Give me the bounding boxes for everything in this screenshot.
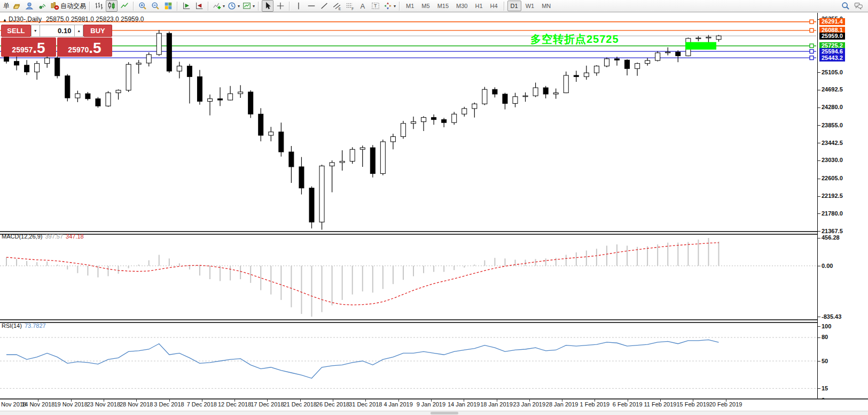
rsi-tick-label: 100	[822, 323, 831, 329]
price-tick-label: 23442.5	[822, 140, 843, 146]
cursor-button[interactable]	[262, 0, 273, 12]
candle-body	[65, 76, 70, 98]
candle-body	[370, 148, 375, 173]
buy-button[interactable]: BUY	[83, 25, 112, 37]
timeframe-w1-button[interactable]: W1	[522, 1, 538, 11]
line-chart-icon	[120, 1, 129, 11]
chat-button[interactable]	[853, 0, 864, 12]
community-icon	[25, 1, 34, 11]
periods-button[interactable]: ▾	[226, 0, 240, 12]
toolbar-separator	[504, 2, 505, 11]
candle-body	[340, 162, 345, 163]
volume-increase-button[interactable]: ▲	[74, 25, 83, 37]
dropdown-caret-icon[interactable]: ▾	[253, 4, 255, 9]
candlestick-chart-button[interactable]	[106, 0, 118, 12]
timeframe-h4-button[interactable]: H4	[487, 1, 501, 11]
price-tick-label: 23855.0	[822, 122, 843, 128]
horizontal-scrollbar[interactable]	[0, 411, 868, 415]
text-label-button[interactable]: T	[370, 0, 381, 12]
bar-chart-icon	[94, 1, 104, 11]
text-button[interactable]: A	[357, 0, 369, 12]
candle-body	[523, 96, 528, 97]
toolbar-separator	[258, 2, 259, 11]
candle-body	[14, 62, 19, 65]
crosshair-button[interactable]	[275, 0, 286, 12]
horizontal-line-button[interactable]	[306, 0, 317, 12]
timeframe-d1-button[interactable]: D1	[507, 1, 521, 11]
vertical-line-button[interactable]	[293, 0, 304, 12]
axis-tick-mark	[818, 238, 820, 239]
indicators-button[interactable]: ▾	[212, 0, 225, 12]
candle-body	[238, 92, 243, 94]
gold-bar-button[interactable]	[11, 0, 22, 12]
timeframe-m5-button[interactable]: M5	[418, 1, 433, 11]
buy-price-display[interactable]: 25970.5	[57, 37, 112, 57]
axis-tick-mark	[818, 125, 820, 126]
scrollbar-thumb[interactable]	[431, 412, 458, 414]
volume-input[interactable]: 0.10	[40, 25, 75, 37]
timeframe-h1-button[interactable]: H1	[472, 1, 486, 11]
date-label: 9 Jan 2019	[417, 401, 445, 408]
horizontal-line-icon	[307, 1, 316, 11]
auto-scroll-button[interactable]	[181, 0, 192, 12]
candle-body	[574, 75, 578, 76]
chart-shift-button[interactable]	[193, 0, 205, 12]
date-label: 14 Nov 2018	[21, 401, 54, 408]
price-tick-label: 24280.0	[822, 104, 843, 110]
macd-tick-label: -835.43	[822, 313, 841, 320]
signals-button[interactable]	[36, 0, 48, 12]
candle-body	[136, 63, 141, 64]
highlight-rectangle	[685, 42, 716, 50]
price-tick-label: 25105.0	[822, 69, 843, 75]
tile-windows-button[interactable]	[162, 0, 174, 12]
fibonacci-button[interactable]: F	[344, 0, 356, 12]
equidistant-channel-button[interactable]: E	[331, 0, 343, 12]
zoom-out-button[interactable]	[150, 0, 161, 12]
community-button[interactable]	[24, 0, 35, 12]
date-label: 3 Dec 2018	[154, 401, 184, 408]
zoom-in-button[interactable]	[137, 0, 148, 12]
chart-canvas[interactable]	[0, 13, 818, 398]
price-axis: 26355.025105.024692.524280.023855.023442…	[818, 13, 868, 398]
axis-tick-mark	[818, 143, 820, 143]
timeframe-m1-button[interactable]: M1	[403, 1, 417, 11]
toolbar-groups: 单自动交易▾▾▾EFAT▾	[1, 0, 397, 12]
sell-button[interactable]: SELL	[1, 25, 31, 37]
volume-decrease-button[interactable]: ▼	[31, 25, 40, 37]
dropdown-caret-icon[interactable]: ▾	[238, 4, 240, 9]
trendline-button[interactable]	[318, 0, 330, 12]
candle-body	[187, 66, 192, 76]
candle-body	[503, 94, 507, 103]
candle-body	[401, 124, 405, 137]
arrows-icon	[383, 1, 393, 11]
candle-body	[85, 94, 90, 99]
timeframe-m15-button[interactable]: M15	[434, 1, 452, 11]
candle-body	[482, 89, 487, 104]
chart-annotation-text: 多空转折点25725	[530, 32, 619, 47]
dropdown-caret-icon[interactable]: ▾	[223, 4, 225, 9]
axis-tick-mark	[818, 107, 820, 108]
date-axis: Nov 201814 Nov 201819 Nov 201823 Nov 201…	[0, 399, 868, 411]
line-end-marker	[810, 50, 814, 53]
candle-body	[96, 99, 100, 106]
new-order-button[interactable]: 单	[2, 0, 10, 12]
crosshair-icon	[276, 1, 285, 11]
candle-body	[208, 99, 213, 102]
pane-separator-rsi[interactable]	[0, 319, 868, 323]
dropdown-caret-icon[interactable]: ▾	[394, 4, 396, 9]
pane-separator-macd[interactable]	[0, 231, 868, 235]
sell-price-display[interactable]: 25957.5	[1, 37, 56, 57]
price-tag-label: 25443.2	[819, 55, 845, 62]
timeframe-mn-button[interactable]: MN	[538, 1, 554, 11]
bar-chart-button[interactable]	[93, 0, 105, 12]
search-button[interactable]	[840, 0, 851, 12]
timeframe-m30-button[interactable]: M30	[453, 1, 471, 11]
arrows-button[interactable]: ▾	[382, 0, 396, 12]
autotrading-button[interactable]: 自动交易	[49, 0, 87, 12]
sell-price-frac: .5	[33, 41, 45, 55]
candle-body	[604, 59, 609, 66]
candle-body	[126, 64, 131, 90]
line-chart-button[interactable]	[119, 0, 130, 12]
candle-body	[218, 99, 223, 100]
templates-button[interactable]: ▾	[241, 0, 255, 12]
